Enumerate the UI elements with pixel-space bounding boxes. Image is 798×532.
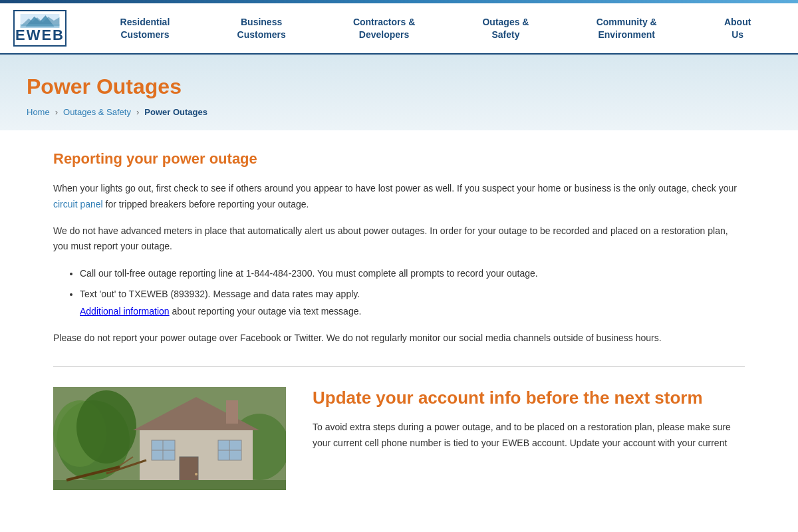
hero-section: Power Outages Home › Outages & Safety › …: [0, 55, 798, 130]
section-divider: [53, 366, 745, 367]
storm-card: Update your account info before the next…: [53, 387, 745, 490]
page-title: Power Outages: [27, 74, 771, 99]
nav-business[interactable]: BusinessCustomers: [232, 6, 291, 50]
logo-mountain-icon: [17, 14, 63, 28]
bullet-2-pre: Text 'out' to TXEWEB (893932). Message a…: [80, 289, 360, 299]
nav-contractors[interactable]: Contractors &Developers: [348, 6, 420, 50]
main-nav: ResidentialCustomers BusinessCustomers C…: [86, 6, 785, 50]
svg-rect-20: [53, 480, 286, 490]
para-1: When your lights go out, first check to …: [53, 181, 745, 213]
storm-house-illustration: [53, 387, 286, 490]
main-content: Reporting your power outage When your li…: [27, 130, 771, 510]
additional-info-link[interactable]: Additional information: [80, 306, 170, 317]
breadcrumb-current: Power Outages: [144, 107, 207, 117]
logo-link[interactable]: EWEB: [13, 3, 66, 53]
nav-about[interactable]: AboutUs: [719, 6, 756, 50]
storm-image: [53, 387, 286, 490]
nav-community[interactable]: Community &Environment: [591, 6, 662, 50]
storm-card-heading: Update your account info before the next…: [313, 387, 745, 410]
para-2: We do not have advanced meters in place …: [53, 223, 745, 255]
logo-text: EWEB: [15, 28, 65, 43]
site-header: EWEB ResidentialCustomers BusinessCustom…: [0, 3, 798, 55]
breadcrumb-sep1: ›: [55, 107, 58, 117]
breadcrumb-sep2: ›: [136, 107, 139, 117]
breadcrumb: Home › Outages & Safety › Power Outages: [27, 107, 771, 117]
bullet-2: Text 'out' to TXEWEB (893932). Message a…: [80, 286, 745, 319]
svg-point-7: [76, 390, 136, 464]
logo-box: EWEB: [13, 10, 66, 47]
storm-card-body: To avoid extra steps during a power outa…: [313, 420, 745, 452]
breadcrumb-home[interactable]: Home: [27, 107, 50, 117]
reporting-heading: Reporting your power outage: [53, 150, 745, 168]
bullet-2-end: about reporting your outage via text mes…: [170, 306, 362, 317]
para-1-text: When your lights go out, first check to …: [53, 183, 737, 194]
storm-card-text: Update your account info before the next…: [313, 387, 745, 452]
outage-reporting-list: Call our toll-free outage reporting line…: [80, 265, 745, 320]
para-1-end: for tripped breakers before reporting yo…: [103, 199, 309, 209]
svg-rect-11: [226, 400, 238, 424]
circuit-panel-link[interactable]: circuit panel: [53, 199, 103, 209]
nav-residential[interactable]: ResidentialCustomers: [115, 6, 176, 50]
breadcrumb-parent[interactable]: Outages & Safety: [63, 107, 131, 117]
svg-point-19: [195, 473, 198, 475]
para-3: Please do not report your power outage o…: [53, 331, 745, 346]
nav-outages[interactable]: Outages &Safety: [477, 6, 534, 50]
bullet-1: Call our toll-free outage reporting line…: [80, 265, 745, 282]
